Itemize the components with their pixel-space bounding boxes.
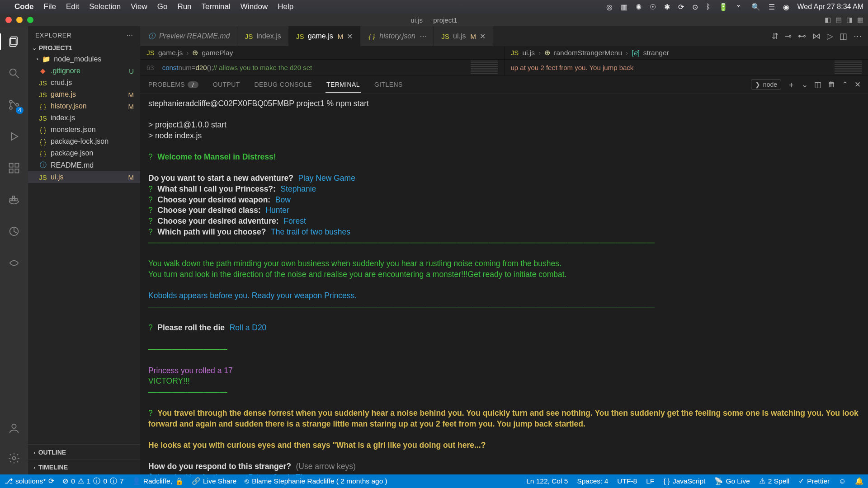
status-lncol[interactable]: Ln 122, Col 5 — [526, 477, 568, 485]
panel-tab-gitlens[interactable]: GITLENS — [373, 76, 404, 93]
layout-sidebar-left-icon[interactable]: ◧ — [825, 16, 831, 24]
minimap[interactable] — [471, 61, 498, 74]
tray-icon[interactable]: ⊙ — [692, 3, 698, 11]
menubar-selection[interactable]: Selection — [89, 2, 121, 11]
new-terminal-icon[interactable]: ＋ — [788, 80, 795, 90]
activity-liveshare[interactable] — [0, 221, 28, 241]
activity-search[interactable] — [0, 63, 28, 83]
traffic-close[interactable] — [5, 17, 12, 23]
file-item-crud-js[interactable]: JScrud.js — [28, 77, 140, 89]
terminal-dropdown-icon[interactable]: ⌄ — [802, 80, 808, 89]
menubar-file[interactable]: File — [44, 2, 56, 11]
battery-icon[interactable]: 🔋 — [719, 3, 728, 11]
status-eol[interactable]: LF — [646, 477, 654, 485]
menubar-clock[interactable]: Wed Apr 27 8:34 AM — [797, 3, 863, 11]
file-item-node_modules[interactable]: ›📁node_modules — [28, 53, 140, 65]
menubar-go[interactable]: Go — [157, 2, 168, 11]
toolbar-icon[interactable]: ⊷ — [798, 31, 806, 41]
file-item-package-lock-json[interactable]: { }package-lock.json — [28, 136, 140, 147]
bluetooth-icon[interactable]: ᛒ — [706, 3, 711, 11]
project-section-header[interactable]: ⌄ PROJECT1 — [28, 42, 140, 53]
status-user[interactable]: 👤 Radcliffe, 🔒 — [132, 477, 184, 485]
menubar-run[interactable]: Run — [177, 2, 191, 11]
activity-settings[interactable] — [8, 448, 20, 468]
activity-item[interactable] — [0, 253, 28, 273]
status-spaces[interactable]: Spaces: 4 — [577, 477, 608, 485]
file-item-game-js[interactable]: JSgame.jsM — [28, 89, 140, 100]
menubar-terminal[interactable]: Terminal — [202, 2, 231, 11]
file-item-monsters-json[interactable]: { }monsters.json — [28, 124, 140, 136]
file-item-README-md[interactable]: ⓘREADME.md — [28, 159, 140, 171]
status-blame[interactable]: ⎋ Blame Stephanie Radcliffe ( 2 months a… — [245, 477, 387, 485]
status-branch[interactable]: ⎇ solutions* ⟳ — [5, 477, 54, 485]
breadcrumb-left[interactable]: JS game.js › ⊕ gamePlay — [140, 46, 504, 59]
layout-customize-icon[interactable]: ▦ — [857, 16, 863, 24]
menubar-window[interactable]: Window — [241, 2, 268, 11]
panel-chevron-up-icon[interactable]: ⌃ — [842, 80, 848, 89]
file-item-ui-js[interactable]: JSui.jsM — [28, 171, 140, 183]
compare-changes-icon[interactable]: ⇵ — [772, 31, 778, 41]
siri-icon[interactable]: ◉ — [783, 3, 789, 11]
minimap[interactable] — [835, 61, 862, 74]
panel-tab-output[interactable]: OUTPUT — [212, 76, 241, 93]
timeline-section[interactable]: ›TIMELINE — [28, 460, 140, 474]
panel-tab-debug-console[interactable]: DEBUG CONSOLE — [254, 76, 313, 93]
editor-tab[interactable]: JSgame.js M ✕ — [289, 26, 361, 46]
status-golive[interactable]: 📡 Go Live — [714, 477, 750, 485]
file-item-index-js[interactable]: JSindex.js — [28, 112, 140, 124]
activity-run-debug[interactable] — [0, 127, 28, 146]
terminal-output[interactable]: stephanieradcliffe@C02FX0FBQ05FMBP proje… — [140, 94, 868, 474]
toolbar-icon[interactable]: ⋈ — [812, 31, 821, 41]
more-icon[interactable]: ⋯ — [854, 31, 862, 41]
activity-source-control[interactable]: 4 — [0, 95, 28, 115]
tab-close-icon[interactable]: ✕ — [480, 32, 486, 41]
status-feedback-icon[interactable]: ☺ — [839, 477, 846, 485]
status-spell[interactable]: ⚠ 2 Spell — [759, 477, 789, 485]
terminal-profile-selector[interactable]: ❯ node — [751, 80, 781, 89]
status-problems[interactable]: ⊘ 0 ⚠ 1 ⓘ 0 ⓘ 7 — [62, 477, 124, 486]
wifi-icon[interactable]: ᯤ — [736, 3, 743, 11]
activity-account[interactable] — [8, 418, 20, 438]
editor-tab[interactable]: ⓘPreview README.md — [140, 26, 237, 46]
activity-docker[interactable] — [0, 190, 28, 210]
git-commit-icon[interactable]: ⊸ — [785, 31, 792, 41]
file-item--gitignore[interactable]: ◆.gitignoreU — [28, 65, 140, 77]
layout-sidebar-right-icon[interactable]: ◨ — [846, 16, 853, 24]
panel-tab-terminal[interactable]: TERMINAL — [326, 76, 361, 93]
panel-tab-problems[interactable]: PROBLEMS7 — [147, 76, 199, 93]
activity-extensions[interactable] — [0, 158, 28, 178]
run-icon[interactable]: ▷ — [827, 31, 833, 41]
explorer-more-icon[interactable]: ⋯ — [127, 32, 133, 39]
control-center-icon[interactable]: ☰ — [769, 3, 775, 11]
editor-tab[interactable]: JSui.js M ✕ — [434, 26, 493, 46]
editor-tab[interactable]: { }history.json ⋯ — [360, 26, 434, 46]
menubar-edit[interactable]: Edit — [66, 2, 79, 11]
tray-icon[interactable]: ✱ — [664, 3, 670, 11]
kill-terminal-icon[interactable]: 🗑 — [828, 80, 835, 89]
tray-icon[interactable]: ⟳ — [678, 3, 684, 11]
menubar-view[interactable]: View — [131, 2, 147, 11]
traffic-minimize[interactable] — [16, 17, 23, 23]
menubar-help[interactable]: Help — [278, 2, 293, 11]
status-encoding[interactable]: UTF-8 — [617, 477, 637, 485]
tray-icon[interactable]: ▥ — [621, 3, 627, 11]
breadcrumb-right[interactable]: JS ui.js › ⊕ randomStrangerMenu › [ℯ] st… — [504, 46, 868, 59]
file-item-history-json[interactable]: { }history.jsonM — [28, 100, 140, 112]
spotlight-icon[interactable]: 🔍 — [751, 3, 760, 11]
status-bell-icon[interactable]: 🔔 — [855, 477, 863, 485]
editor-tab[interactable]: JSindex.js — [237, 26, 288, 46]
status-liveshare[interactable]: 🔗 Live Share — [192, 477, 236, 485]
tray-icon[interactable]: ☉ — [650, 3, 656, 11]
tab-close-icon[interactable]: ✕ — [347, 32, 353, 41]
activity-explorer[interactable] — [0, 32, 28, 52]
status-language[interactable]: { } JavaScript — [663, 477, 705, 485]
traffic-zoom[interactable] — [27, 17, 33, 23]
tab-more-icon[interactable]: ⋯ — [419, 32, 426, 41]
tray-icon[interactable]: ◎ — [606, 3, 613, 11]
file-item-package-json[interactable]: { }package.json — [28, 147, 140, 159]
panel-close-icon[interactable]: ✕ — [854, 80, 861, 89]
tray-icon[interactable]: ✺ — [636, 3, 642, 11]
status-prettier[interactable]: ✓ Prettier — [798, 477, 830, 485]
split-terminal-icon[interactable]: ◫ — [814, 80, 821, 89]
menubar-app[interactable]: Code — [14, 2, 34, 11]
